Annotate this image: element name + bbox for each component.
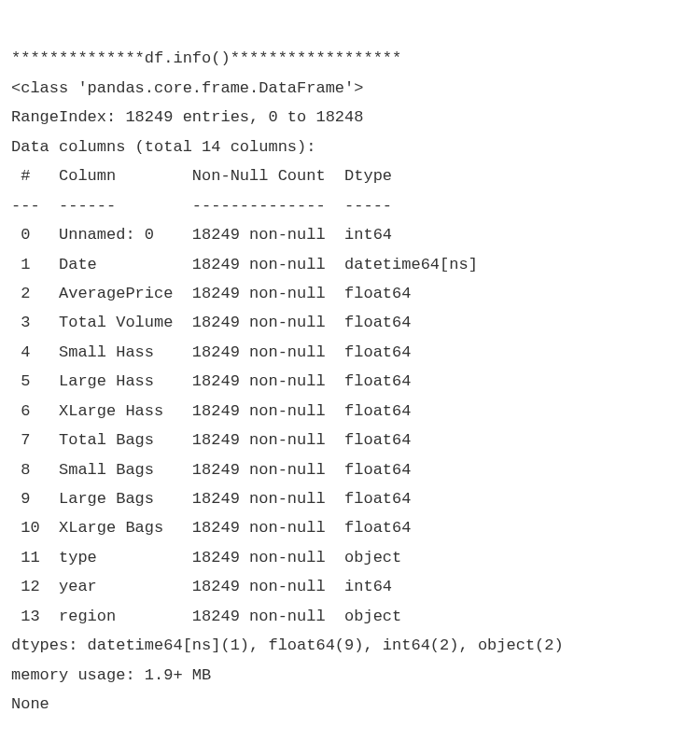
table-row: 0 Unnamed: 0 18249 non-null int64 <box>11 226 392 244</box>
table-row: 1 Date 18249 non-null datetime64[ns] <box>11 256 478 273</box>
table-row: 11 type 18249 non-null object <box>11 549 401 566</box>
none-line: None <box>11 695 49 713</box>
table-row: 10 XLarge Bags 18249 non-null float64 <box>11 519 411 537</box>
table-row: 6 XLarge Hass 18249 non-null float64 <box>11 402 411 420</box>
table-sep: --- ------ -------------- ----- <box>11 197 392 215</box>
table-row: 9 Large Bags 18249 non-null float64 <box>11 490 411 508</box>
table-row: 4 Small Hass 18249 non-null float64 <box>11 343 411 361</box>
table-row: 2 AveragePrice 18249 non-null float64 <box>11 285 411 302</box>
header-line: **************df.info()*****************… <box>11 49 401 67</box>
rangeindex-line: RangeIndex: 18249 entries, 0 to 18248 <box>11 108 363 126</box>
table-row: 5 Large Hass 18249 non-null float64 <box>11 372 411 390</box>
table-row: 3 Total Volume 18249 non-null float64 <box>11 314 411 331</box>
memory-line: memory usage: 1.9+ MB <box>11 666 211 684</box>
dtypes-line: dtypes: datetime64[ns](1), float64(9), i… <box>11 636 564 654</box>
table-row: 13 region 18249 non-null object <box>11 608 401 625</box>
table-row: 8 Small Bags 18249 non-null float64 <box>11 461 411 479</box>
table-row: 7 Total Bags 18249 non-null float64 <box>11 431 411 449</box>
table-row: 12 year 18249 non-null int64 <box>11 578 392 595</box>
datacolumns-line: Data columns (total 14 columns): <box>11 138 315 156</box>
class-line: <class 'pandas.core.frame.DataFrame'> <box>11 79 363 97</box>
table-header: # Column Non-Null Count Dtype <box>11 167 392 185</box>
